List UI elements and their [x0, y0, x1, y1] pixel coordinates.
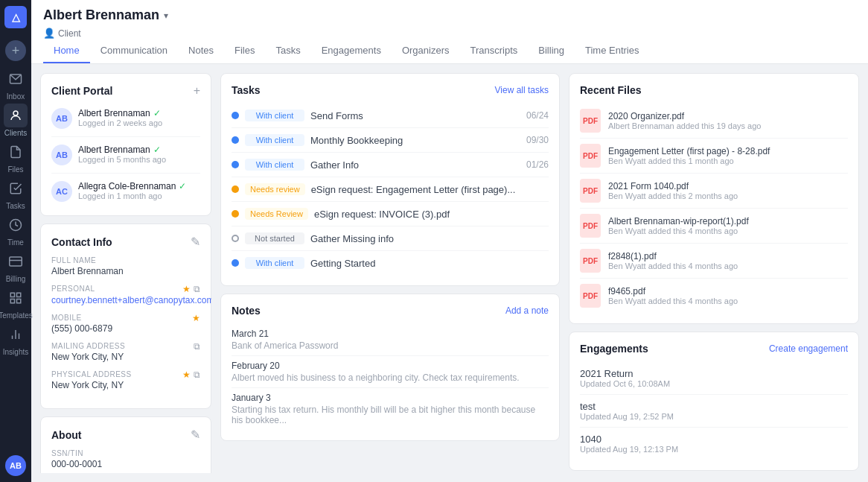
- add-portal-user-icon[interactable]: +: [194, 84, 200, 98]
- task-status-4: Needs Review: [245, 208, 308, 220]
- file-name-5: f9465.pdf: [608, 286, 848, 297]
- full-name-value: Albert Brennaman: [51, 266, 200, 276]
- file-info-1: Engagement Letter (first page) - 8-28.pd…: [608, 146, 848, 165]
- nav-time[interactable]: [4, 213, 28, 237]
- file-info-5: f9465.pdf Ben Wyatt added this 4 months …: [608, 286, 848, 305]
- physical-star-icon[interactable]: ★: [182, 370, 191, 380]
- ssn-label: SSN/TIN: [51, 449, 200, 457]
- file-row-5[interactable]: PDF f9465.pdf Ben Wyatt added this 4 mon…: [580, 279, 848, 313]
- tab-files[interactable]: Files: [224, 39, 265, 63]
- notes-title: Notes: [232, 305, 261, 317]
- note-text-0: Bank of America Password: [232, 340, 549, 351]
- notes-header: Notes Add a note: [232, 305, 549, 317]
- tab-tasks[interactable]: Tasks: [265, 39, 310, 63]
- client-portal-card: Client Portal + AB Albert Brennaman ✓ Lo…: [40, 73, 211, 216]
- edit-about-icon[interactable]: ✎: [191, 428, 200, 442]
- task-dot-5: [232, 235, 239, 242]
- middle-column: Tasks View all tasks With client Send Fo…: [220, 73, 560, 473]
- nav-billing[interactable]: [4, 250, 28, 273]
- task-name-3[interactable]: eSign request: Engagement Letter (first …: [311, 184, 543, 195]
- nav-insights[interactable]: [4, 323, 28, 346]
- file-icon-3: PDF: [580, 214, 601, 238]
- create-engagement-link[interactable]: Create engagement: [769, 343, 848, 354]
- file-row-4[interactable]: PDF f2848(1).pdf Ben Wyatt added this 4 …: [580, 244, 848, 279]
- file-row-3[interactable]: PDF Albert Brennaman-wip-report(1).pdf B…: [580, 209, 848, 244]
- ssn-field: SSN/TIN 000-00-0001: [51, 449, 200, 469]
- mailing-label-row: MAILING ADDRESS ⧉: [51, 341, 200, 352]
- task-status-6: With client: [245, 257, 304, 269]
- physical-icons: ★ ⧉: [182, 370, 200, 380]
- note-row-2[interactable]: January 3 Starting his tax return. His m…: [232, 388, 549, 430]
- task-name-2[interactable]: Gather Info: [310, 159, 520, 171]
- tab-engagements[interactable]: Engagements: [311, 39, 392, 63]
- app-logo: △: [4, 6, 27, 28]
- right-column: Recent Files PDF 2020 Organizer.pdf Albe…: [569, 73, 859, 473]
- nav-clients[interactable]: [4, 104, 28, 127]
- nav-tasks[interactable]: [4, 177, 28, 200]
- file-row-0[interactable]: PDF 2020 Organizer.pdf Albert Brennaman …: [580, 104, 848, 139]
- tab-home[interactable]: Home: [43, 39, 90, 63]
- svg-rect-7: [10, 299, 14, 303]
- portal-name-3: Allegra Cole-Brennaman ✓: [78, 181, 200, 191]
- task-row-2: With client Gather Info 01/26: [232, 153, 549, 177]
- task-name-0[interactable]: Send Forms: [310, 110, 520, 121]
- mobile-label-row: MOBILE ★: [51, 313, 200, 323]
- note-text-2: Starting his tax return. His monthly bil…: [232, 405, 549, 425]
- tab-organizers[interactable]: Organizers: [392, 39, 460, 63]
- physical-value: New York City, NY: [51, 380, 200, 390]
- task-dot-2: [232, 161, 239, 168]
- about-card: About ✎ SSN/TIN 000-00-0001: [40, 416, 211, 473]
- engagement-row-1[interactable]: test Updated Aug 19, 2:52 PM: [580, 395, 848, 428]
- engagements-title: Engagements: [580, 343, 648, 355]
- portal-user-2: AB Albert Brennaman ✓ Logged in 5 months…: [51, 142, 200, 168]
- file-row-1[interactable]: PDF Engagement Letter (first page) - 8-2…: [580, 139, 848, 174]
- note-row-0[interactable]: March 21 Bank of America Password: [232, 324, 549, 356]
- divider-1: [51, 136, 200, 137]
- user-avatar[interactable]: AB: [5, 455, 26, 476]
- nav-templates[interactable]: [4, 286, 28, 310]
- personal-copy-icon[interactable]: ⧉: [194, 284, 200, 294]
- about-header: About ✎: [51, 428, 200, 442]
- nav-files[interactable]: [4, 140, 28, 164]
- notes-card: Notes Add a note March 21 Bank of Americ…: [220, 294, 560, 441]
- task-name-5[interactable]: Gather Missing info: [310, 233, 543, 244]
- engagements-card: Engagements Create engagement 2021 Retur…: [569, 332, 859, 471]
- mailing-copy-icon[interactable]: ⧉: [194, 341, 200, 352]
- tab-communication[interactable]: Communication: [90, 39, 178, 63]
- add-button[interactable]: +: [5, 40, 26, 61]
- task-name-1[interactable]: Monthly Bookkeeping: [310, 135, 520, 146]
- tab-time-entries[interactable]: Time Entries: [575, 39, 649, 63]
- portal-time-1: Logged in 2 weeks ago: [78, 118, 200, 127]
- mobile-label: MOBILE: [51, 314, 82, 322]
- task-date-1: 09/30: [526, 135, 549, 145]
- note-row-1[interactable]: February 20 Albert moved his business to…: [232, 356, 549, 388]
- task-name-4[interactable]: eSign request: INVOICE (3).pdf: [314, 209, 543, 220]
- tab-billing[interactable]: Billing: [528, 39, 575, 63]
- client-dropdown-arrow[interactable]: ▾: [164, 10, 168, 21]
- mobile-star-icon[interactable]: ★: [192, 313, 200, 323]
- task-name-6[interactable]: Getting Started: [310, 258, 543, 269]
- tab-notes[interactable]: Notes: [178, 39, 224, 63]
- file-icon-5: PDF: [580, 284, 601, 308]
- view-all-tasks-link[interactable]: View all tasks: [495, 85, 549, 95]
- divider-2: [51, 173, 200, 174]
- personal-star-icon[interactable]: ★: [182, 284, 191, 294]
- tab-transcripts[interactable]: Transcripts: [459, 39, 528, 63]
- client-portal-header: Client Portal +: [51, 84, 200, 98]
- add-note-link[interactable]: Add a note: [505, 305, 549, 316]
- nav-inbox[interactable]: [4, 67, 28, 91]
- contact-mobile-field: MOBILE ★ (555) 000-6879: [51, 313, 200, 334]
- nav-tabs: Home Communication Notes Files Tasks Eng…: [43, 39, 856, 63]
- edit-contact-icon[interactable]: ✎: [191, 235, 200, 249]
- tasks-card: Tasks View all tasks With client Send Fo…: [220, 73, 560, 286]
- personal-email-value[interactable]: courtney.bennett+albert@canopytax.com: [51, 295, 211, 305]
- engagement-name-0: 2021 Return: [580, 368, 848, 379]
- engagement-name-2: 1040: [580, 434, 848, 445]
- file-row-2[interactable]: PDF 2021 Form 1040.pdf Ben Wyatt added t…: [580, 174, 848, 209]
- task-status-3: Needs review: [245, 183, 305, 195]
- engagement-row-2[interactable]: 1040 Updated Aug 19, 12:13 PM: [580, 428, 848, 460]
- engagement-row-0[interactable]: 2021 Return Updated Oct 6, 10:08AM: [580, 362, 848, 395]
- content-body: Client Portal + AB Albert Brennaman ✓ Lo…: [31, 64, 868, 482]
- nav-billing-label: Billing: [6, 275, 26, 283]
- physical-copy-icon[interactable]: ⧉: [194, 370, 200, 380]
